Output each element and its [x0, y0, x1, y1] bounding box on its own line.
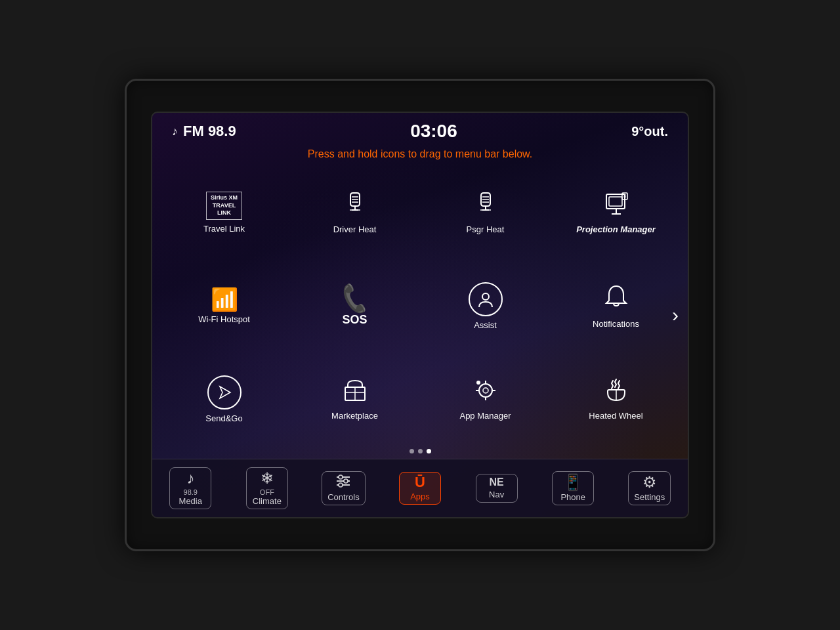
- temperature: 9°out.: [631, 124, 668, 139]
- clock: 03:06: [410, 121, 457, 142]
- settings-nav-label: Settings: [634, 492, 665, 502]
- status-bar: ♪ FM 98.9 03:06 9°out.: [152, 113, 688, 146]
- radio-info: ♪ FM 98.9: [172, 123, 236, 140]
- radio-icon: ♪: [172, 125, 178, 138]
- climate-nav-box: ❄ OFF Climate: [246, 467, 288, 509]
- travel-link-button[interactable]: Sirius XMTRAVELLINK Travel Link: [178, 186, 270, 240]
- svg-point-19: [482, 293, 489, 300]
- nav-nav-icon: NE: [489, 477, 503, 488]
- projection-manager-button[interactable]: Projection Manager: [570, 186, 662, 241]
- send-go-label: Send&Go: [205, 413, 242, 425]
- psgr-heat-button[interactable]: Psgr Heat: [440, 186, 532, 241]
- car-bezel: ♪ FM 98.9 03:06 9°out. Press and hold ic…: [125, 79, 715, 551]
- screen: ♪ FM 98.9 03:06 9°out. Press and hold ic…: [151, 112, 689, 518]
- controls-nav-button[interactable]: Controls: [305, 463, 382, 513]
- svg-point-36: [344, 479, 348, 483]
- phone-nav-button[interactable]: 📱 Phone: [535, 463, 612, 513]
- notifications-icon: [602, 284, 630, 315]
- svg-marker-20: [220, 387, 230, 398]
- controls-nav-box: Controls: [322, 471, 365, 505]
- grid-row-1: Sirius XMTRAVELLINK Travel Link: [159, 167, 681, 260]
- media-nav-label: Media: [179, 496, 202, 506]
- app-manager-label: App Manager: [459, 411, 511, 422]
- travel-link-label: Travel Link: [203, 224, 245, 235]
- nav-nav-button[interactable]: NE Nav: [458, 463, 535, 513]
- svg-point-25: [483, 388, 488, 393]
- settings-nav-icon: ⚙: [642, 474, 657, 490]
- app-manager-icon: [472, 378, 499, 407]
- controls-nav-label: Controls: [327, 492, 359, 502]
- sos-phone-icon: 📞: [337, 282, 372, 316]
- grid-row-3: Send&Go Marketplace: [159, 353, 681, 446]
- apps-nav-label: Apps: [410, 492, 430, 501]
- driver-heat-button[interactable]: Driver Heat: [309, 186, 401, 241]
- phone-nav-label: Phone: [560, 492, 585, 502]
- svg-point-37: [339, 483, 343, 487]
- settings-nav-button[interactable]: ⚙ Settings: [611, 463, 688, 513]
- apps-nav-button[interactable]: Ū Apps: [382, 463, 459, 513]
- projection-manager-label: Projection Manager: [576, 224, 656, 236]
- page-dot-1: [410, 449, 414, 453]
- phone-nav-icon: 📱: [563, 474, 583, 490]
- assist-icon: [469, 282, 503, 316]
- svg-point-30: [476, 381, 480, 385]
- media-nav-box: ♪ 98.9 Media: [169, 467, 211, 509]
- radio-label: FM 98.9: [183, 123, 236, 140]
- driver-heat-icon: [341, 192, 369, 220]
- next-page-arrow[interactable]: ›: [672, 304, 679, 326]
- navigation-bar: ♪ 98.9 Media ❄ OFF Climate: [152, 459, 688, 517]
- notifications-button[interactable]: Notifications: [570, 278, 662, 335]
- nav-nav-label: Nav: [489, 490, 504, 499]
- page-dot-3: [427, 449, 431, 453]
- assist-button[interactable]: Assist: [440, 277, 532, 337]
- climate-nav-icon: ❄: [261, 471, 274, 486]
- page-dot-2: [418, 449, 423, 453]
- climate-nav-button[interactable]: ❄ OFF Climate: [229, 463, 306, 513]
- media-nav-icon: ♪: [186, 471, 194, 486]
- climate-nav-value: OFF: [260, 488, 274, 496]
- sos-button[interactable]: 📞 SOS: [309, 280, 401, 333]
- media-nav-button[interactable]: ♪ 98.9 Media: [152, 463, 229, 513]
- svg-point-24: [479, 384, 492, 397]
- svg-rect-13: [609, 197, 622, 206]
- apps-nav-icon: Ū: [415, 475, 425, 490]
- settings-nav-box: ⚙ Settings: [628, 471, 671, 505]
- media-nav-value: 98.9: [184, 488, 198, 496]
- heated-wheel-label: Heated Wheel: [589, 411, 642, 422]
- heated-wheel-icon: [602, 378, 630, 407]
- climate-nav-label: Climate: [253, 496, 282, 506]
- wifi-icon: 📶: [211, 288, 238, 310]
- assist-label: Assist: [474, 320, 497, 331]
- wifi-hotspot-button[interactable]: 📶 Wi-Fi Hotspot: [178, 283, 270, 331]
- projection-manager-icon: [602, 192, 630, 220]
- phone-nav-box: 📱 Phone: [552, 471, 594, 505]
- grid-row-2: 📶 Wi-Fi Hotspot 📞 SOS Assist: [159, 260, 681, 353]
- apps-nav-box: Ū Apps: [399, 472, 441, 505]
- app-grid: Sirius XMTRAVELLINK Travel Link: [152, 167, 688, 459]
- hint-text: Press and hold icons to drag to menu bar…: [152, 146, 688, 167]
- travel-link-icon: Sirius XMTRAVELLINK: [206, 192, 242, 220]
- nav-nav-box: NE Nav: [476, 474, 518, 503]
- psgr-heat-label: Psgr Heat: [467, 224, 505, 236]
- controls-nav-icon: [335, 474, 351, 490]
- psgr-heat-icon: [472, 192, 499, 220]
- heated-wheel-button[interactable]: Heated Wheel: [570, 373, 662, 427]
- marketplace-button[interactable]: Marketplace: [309, 373, 401, 427]
- marketplace-icon: [341, 378, 369, 407]
- page-dots: [159, 446, 681, 459]
- notifications-label: Notifications: [593, 319, 639, 330]
- driver-heat-label: Driver Heat: [333, 224, 377, 236]
- send-go-icon: [207, 375, 242, 410]
- send-go-button[interactable]: Send&Go: [178, 370, 270, 430]
- marketplace-label: Marketplace: [331, 411, 378, 422]
- app-manager-button[interactable]: App Manager: [440, 373, 532, 427]
- wifi-hotspot-label: Wi-Fi Hotspot: [198, 314, 250, 326]
- svg-point-35: [339, 475, 343, 479]
